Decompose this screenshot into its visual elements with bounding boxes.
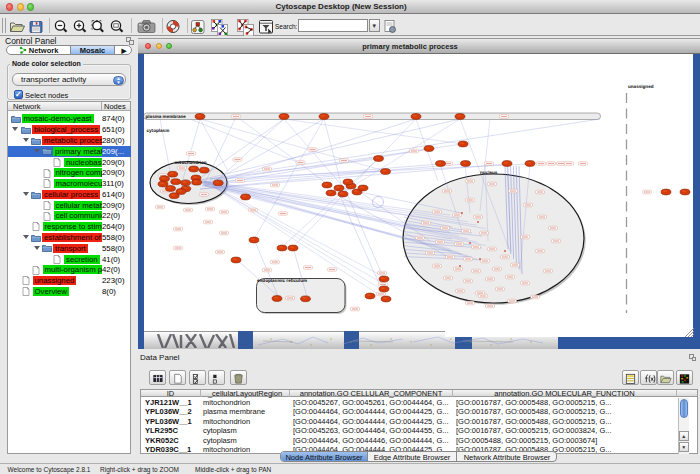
svg-text:mitochondrion: mitochondrion: [175, 160, 207, 165]
svg-text:cytoplasm: cytoplasm: [147, 128, 170, 133]
svg-text:plasma membrane: plasma membrane: [146, 113, 187, 118]
svg-text:unassigned: unassigned: [628, 83, 654, 88]
svg-text:endoplasmic reticulum: endoplasmic reticulum: [257, 277, 307, 282]
svg-text:Search:: Search:: [275, 23, 298, 30]
svg-text:nucleus: nucleus: [480, 170, 498, 175]
